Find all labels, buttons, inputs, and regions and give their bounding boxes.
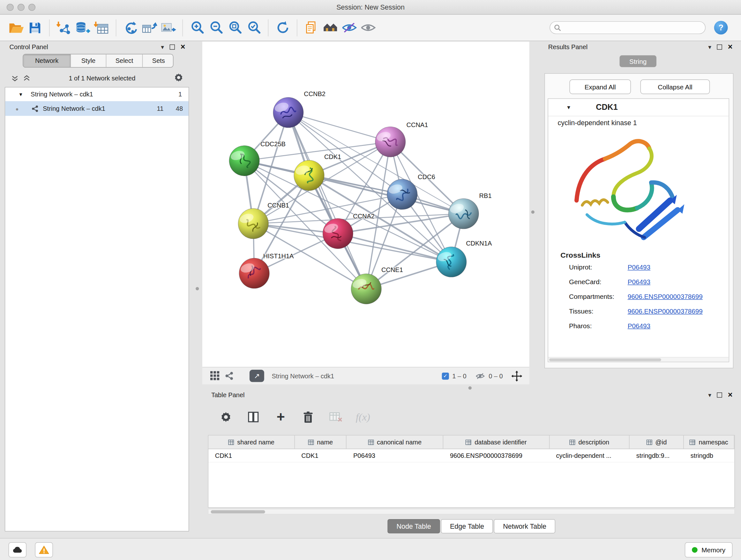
section-expander-icon[interactable]: ▼ [566, 105, 571, 110]
expand-all-icon[interactable] [23, 74, 30, 81]
zoom-in-button[interactable] [188, 18, 206, 37]
collapse-all-button[interactable]: Collapse All [641, 79, 710, 94]
network-node-ccnb1[interactable] [238, 208, 268, 239]
open-session-button[interactable] [7, 18, 25, 37]
column-header-database-identifier[interactable]: database identifier [443, 435, 549, 449]
cell-namespac: stringdb [684, 449, 734, 462]
panel-menu-icon[interactable]: ▾ [708, 391, 711, 398]
crosslinks-list: Uniprot:P06493GeneCard:P06493Compartment… [548, 260, 729, 333]
toolbar-separator [116, 19, 116, 36]
crosslink-link-tissues[interactable]: 9606.ENSP00000378699 [628, 307, 703, 315]
close-window-button[interactable] [7, 4, 14, 11]
hide-selected-button[interactable] [340, 18, 359, 37]
network-node-rb1[interactable] [448, 199, 479, 229]
network-node-cdkn1a[interactable] [436, 247, 467, 277]
clone-network-button[interactable] [140, 18, 158, 37]
import-table-file-button[interactable] [92, 18, 111, 37]
network-node-cdc25b[interactable] [229, 145, 259, 176]
crosslink-link-pharos[interactable]: P06493 [628, 322, 650, 329]
bottom-splitter-handle[interactable] [468, 386, 472, 389]
collapse-all-icon[interactable] [11, 74, 18, 81]
column-header-namespac[interactable]: namespac [684, 435, 734, 449]
birds-eye-view-button[interactable] [208, 369, 222, 382]
panel-float-icon[interactable] [717, 392, 722, 397]
column-header-shared-name[interactable]: shared name [208, 435, 295, 449]
apply-layout-button[interactable] [273, 18, 292, 37]
network-node-ccna2[interactable] [323, 219, 353, 249]
warning-button[interactable] [35, 543, 53, 557]
node-label-hist1h1a: HIST1H1A [263, 253, 294, 260]
panel-close-icon[interactable]: × [728, 43, 733, 51]
zoom-selected-button[interactable] [245, 18, 263, 37]
left-splitter-handle[interactable] [196, 287, 199, 290]
toolbar-separator [297, 19, 297, 36]
export-image-button[interactable] [159, 18, 178, 37]
results-horizontal-scrollbar[interactable] [548, 357, 729, 362]
new-network-from-selection-button[interactable] [121, 18, 140, 37]
panel-close-icon[interactable]: × [728, 391, 733, 399]
network-node-hist1h1a[interactable] [239, 258, 269, 289]
network-node-cdc6[interactable] [387, 179, 417, 209]
expand-all-button[interactable]: Expand All [569, 79, 631, 94]
search-input[interactable] [549, 21, 705, 34]
table-options-gear-icon[interactable] [218, 409, 234, 425]
table-tab-node-table[interactable]: Node Table [387, 519, 440, 533]
crosslink-link-uniprot[interactable]: P06493 [628, 263, 650, 271]
help-button[interactable]: ? [714, 21, 728, 35]
panel-float-icon[interactable] [717, 44, 722, 50]
network-options-gear-icon[interactable] [174, 72, 189, 83]
column-header-description[interactable]: description [549, 435, 630, 449]
panel-close-icon[interactable]: × [181, 43, 185, 51]
database-icon [75, 20, 91, 35]
add-column-icon[interactable]: + [273, 409, 288, 425]
current-network-bullet-icon: ● [16, 106, 19, 111]
network-row-selected[interactable]: ● String Network – cdk1 11 48 [5, 101, 189, 116]
save-session-button[interactable] [25, 18, 44, 37]
show-hide-button[interactable] [359, 18, 378, 37]
crosslink-link-compartments[interactable]: 9606.ENSP00000378699 [628, 293, 703, 300]
tab-network[interactable]: Network [23, 54, 71, 67]
detach-view-button[interactable]: ↗ [250, 370, 264, 382]
crosslink-link-genecard[interactable]: P06493 [628, 278, 650, 286]
network-node-ccne1[interactable] [351, 273, 381, 304]
cloud-status-button[interactable] [9, 543, 26, 557]
tab-select[interactable]: Select [106, 54, 142, 67]
copy-style-button[interactable] [302, 18, 321, 37]
import-network-database-button[interactable] [73, 18, 92, 37]
zoom-out-button[interactable] [206, 18, 225, 37]
network-node-cdk1[interactable] [294, 160, 324, 191]
tree-expander-icon[interactable]: ▼ [18, 91, 23, 97]
tab-sets[interactable]: Sets [142, 54, 174, 67]
panel-menu-icon[interactable]: ▾ [708, 44, 711, 51]
delete-column-trash-icon[interactable] [300, 409, 316, 425]
panel-float-icon[interactable] [170, 44, 175, 50]
table-row[interactable]: CDK1CDK1P064939606.ENSP00000378699cyclin… [208, 449, 734, 462]
network-node-ccnb2[interactable] [273, 98, 304, 128]
table-horizontal-scrollbar[interactable] [208, 509, 735, 514]
column-header-canonical-name[interactable]: canonical name [347, 435, 443, 449]
memory-button[interactable]: Memory [685, 543, 732, 557]
network-node-ccna1[interactable] [375, 127, 406, 157]
tab-string[interactable]: String [619, 55, 657, 67]
column-header-name[interactable]: name [295, 435, 347, 449]
network-overview-button[interactable] [222, 369, 236, 382]
zoom-fit-button[interactable] [225, 18, 244, 37]
table-tab-network-table[interactable]: Network Table [494, 519, 555, 533]
minimize-window-button[interactable] [17, 4, 24, 11]
zoom-window-button[interactable] [28, 4, 36, 11]
panel-menu-icon[interactable]: ▾ [161, 44, 164, 51]
selection-checkbox[interactable]: ✓ [442, 372, 449, 379]
column-header-id[interactable]: @id [630, 435, 684, 449]
gene-section-header[interactable]: ▼ CDK1 [548, 99, 729, 117]
pan-mode-button[interactable] [509, 369, 523, 382]
network-graph[interactable]: CCNB2CCNA1CDC25BCDK1CDC6RB1CCNB1CCNA2CDK… [202, 42, 529, 367]
home-style-button[interactable] [321, 18, 340, 37]
table-tab-edge-table[interactable]: Edge Table [441, 519, 493, 533]
tab-style[interactable]: Style [71, 54, 106, 67]
network-edge[interactable] [288, 112, 366, 289]
network-collection-row[interactable]: ▼ String Network – cdk1 1 [5, 87, 189, 101]
right-splitter-handle[interactable] [531, 210, 535, 213]
show-columns-icon[interactable] [246, 409, 261, 425]
network-canvas[interactable]: CCNB2CCNA1CDC25BCDK1CDC6RB1CCNB1CCNA2CDK… [202, 42, 529, 367]
import-network-file-button[interactable] [54, 18, 73, 37]
